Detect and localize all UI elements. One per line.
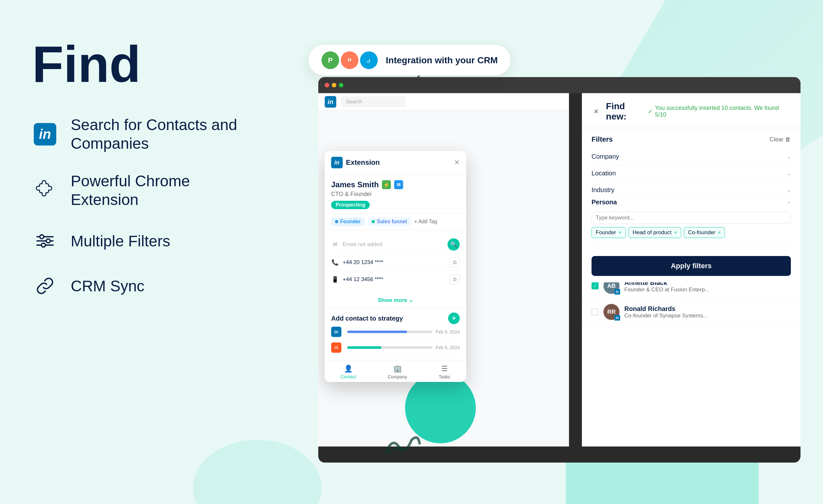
chevron-down-icon: ⌄ — [408, 297, 413, 303]
add-strategy-button[interactable]: + — [448, 312, 460, 324]
right-section: P Integration with your CRM in Search — [277, 26, 823, 475]
copy-phone2-button[interactable]: ⧉ — [450, 274, 460, 285]
contact-checkbox-ronald[interactable] — [592, 308, 599, 315]
extension-close-button[interactable]: ✕ — [454, 158, 460, 167]
apply-filters-button[interactable]: Apply filters — [592, 256, 791, 276]
phone2-value: +44 12 3456 **** — [343, 276, 383, 283]
chevron-down-icon: ⌄ — [787, 187, 791, 193]
svg-point-5 — [41, 243, 45, 247]
filter-industry-row[interactable]: Industry ⌄ — [592, 182, 791, 199]
filter-company-row[interactable]: Company ⌄ — [592, 149, 791, 165]
browser-close-dot — [325, 83, 329, 87]
browser-bar — [318, 77, 801, 93]
li-badge: in — [614, 289, 620, 295]
contact-avatar-ronald: RR in — [604, 304, 620, 320]
filter-overlay: Filters Clear 🗑 Company ⌄ Location ⌄ — [582, 129, 801, 282]
copy-phone1-button[interactable]: ⧉ — [450, 257, 460, 268]
nav-contact[interactable]: 👤 Contact — [340, 364, 356, 380]
filters-title: Filters — [592, 135, 613, 144]
browser-container: in Search ✕ Find new: ✓ You successfully… — [318, 77, 801, 463]
contact-row-ronald: RR in Ronald Richards Co-founder of Syna… — [582, 299, 801, 325]
add-tag-button[interactable]: + Add Tag — [414, 219, 437, 225]
company-nav-icon: 🏢 — [393, 364, 402, 373]
persona-search-input[interactable] — [592, 212, 791, 224]
find-new-close-button[interactable]: ✕ — [592, 107, 601, 116]
feature-item-extension: Powerful ChromeExtension — [32, 172, 257, 209]
salesforce-icon — [360, 51, 378, 69]
filter-location-label: Location — [592, 170, 616, 177]
filter-clear-button[interactable]: Clear 🗑 — [770, 136, 791, 143]
mobile-icon: 📱 — [331, 276, 339, 283]
success-message: ✓ You successfully inserted 10 contacts.… — [648, 105, 791, 118]
founder-tag[interactable]: Founder — [331, 217, 364, 226]
persona-tag-cofounder: Co-founder × — [684, 227, 725, 238]
remove-head-tag-button[interactable]: × — [674, 230, 677, 235]
show-more-button[interactable]: Show more ⌄ — [325, 293, 466, 307]
svg-point-3 — [40, 235, 44, 239]
strategy-progress-bar — [347, 330, 433, 333]
contact-title-annette: Founder & CEO at Fusion Enterp... — [624, 286, 791, 293]
hero-title: Find — [32, 38, 257, 90]
phone-icon: 📞 — [331, 259, 339, 266]
extension-title-row: in Extension — [331, 157, 380, 168]
nav-tasks[interactable]: ☰ Tasks — [439, 364, 450, 380]
feature-text-crm: CRM Sync — [71, 277, 144, 295]
link-icon — [32, 273, 58, 299]
email-icon: ✉ — [331, 241, 339, 248]
add-strategy-title: Add contact to strategy + — [331, 312, 460, 324]
bg-li-topbar: in Search — [318, 93, 569, 111]
strategy-progress-bar-2 — [347, 346, 433, 349]
tasks-nav-icon: ☰ — [442, 364, 448, 373]
crm-bubble: P Integration with your CRM — [309, 45, 510, 75]
filter-location-row[interactable]: Location ⌄ — [592, 165, 791, 182]
email-value: Email not added — [343, 241, 382, 248]
remove-cofounder-tag-button[interactable]: × — [718, 230, 721, 235]
contact-title-ronald: Co-founder of Synapse Systems... — [624, 312, 791, 319]
find-new-header: ✕ Find new: ✓ You successfully inserted … — [582, 93, 801, 127]
bg-search-input: Search — [341, 96, 405, 107]
contact-details: ✉ Email not added 🔍 📞 +44 20 1234 **** ⧉ — [325, 230, 466, 293]
success-text: You successfully inserted 10 contacts. W… — [655, 105, 791, 118]
browser-maximize-dot — [339, 83, 343, 87]
feature-item-crm: CRM Sync — [32, 273, 257, 299]
dot-icon — [335, 220, 338, 223]
contact-actions-row: Founder Sales funnel + Add Tag — [325, 213, 466, 230]
brush-stroke-decoration — [382, 431, 421, 456]
feature-item-filters: Multiple Filters — [32, 228, 257, 254]
find-new-title: Find new: — [606, 101, 648, 122]
remove-founder-tag-button[interactable]: × — [619, 230, 622, 235]
bolt-icon: ⚡ — [382, 180, 391, 189]
left-section: Find in Search for Contacts andCompanies… — [32, 38, 257, 299]
dot-icon — [372, 220, 375, 223]
puzzle-icon — [32, 178, 58, 203]
crm-icons: P — [321, 51, 379, 69]
extension-title: Extension — [346, 158, 380, 167]
chevron-down-icon: ⌄ — [787, 154, 791, 160]
success-check-icon: ✓ — [648, 108, 653, 115]
svg-point-7 — [365, 56, 373, 64]
li-badge: in — [614, 315, 620, 320]
prospecting-tag: Prospecting — [331, 201, 370, 209]
browser-minimize-dot — [332, 83, 336, 87]
contact-nav-icon: 👤 — [344, 364, 353, 373]
search-email-button[interactable]: 🔍 — [448, 238, 460, 251]
crm-text: Integration with your CRM — [386, 55, 498, 66]
feature-text-filters: Multiple Filters — [71, 232, 170, 251]
extension-li-icon: in — [331, 157, 343, 168]
feature-item-linkedin: in Search for Contacts andCompanies — [32, 115, 257, 153]
contact-checkbox-annette[interactable]: ✓ — [592, 282, 599, 289]
extension-bottom-nav: 👤 Contact 🏢 Company ☰ Tasks — [325, 360, 466, 382]
sales-funnel-tag[interactable]: Sales funnel — [368, 217, 411, 226]
contact-name-main: James Smith ⚡ ✉ — [331, 180, 460, 189]
persona-filter-label: Persona — [592, 199, 617, 206]
filter-header: Filters Clear 🗑 — [592, 135, 791, 144]
phone1-row: 📞 +44 20 1234 **** ⧉ — [331, 254, 460, 271]
nav-company[interactable]: 🏢 Company — [388, 364, 407, 380]
extension-header: in Extension ✕ — [325, 151, 466, 175]
strategy-date-1: Feb 9, 2024 — [436, 329, 460, 334]
filter-panel: Filters Clear 🗑 Company ⌄ Location ⌄ — [582, 129, 801, 250]
message-icon: ✉ — [394, 180, 403, 189]
filters-icon — [32, 228, 58, 254]
contact-name-ronald: Ronald Richards — [624, 305, 791, 312]
svg-point-4 — [46, 239, 50, 243]
